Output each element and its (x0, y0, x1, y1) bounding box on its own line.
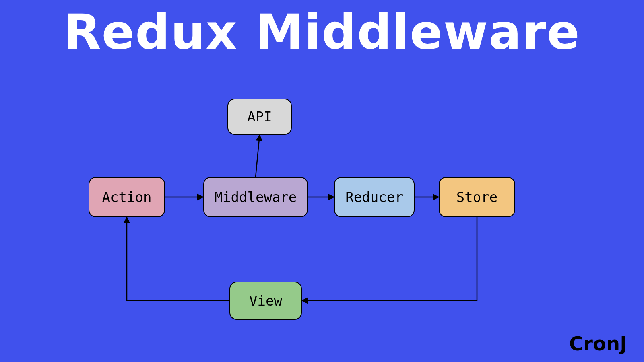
edge-middleware-to-api (256, 135, 260, 177)
brand-label: CronJ (569, 332, 627, 355)
diagram-canvas: Redux Middleware API Action Middleware R… (0, 0, 644, 362)
edge-store-to-view (302, 217, 477, 301)
edges-layer (0, 0, 644, 362)
edge-view-to-action (127, 217, 229, 301)
